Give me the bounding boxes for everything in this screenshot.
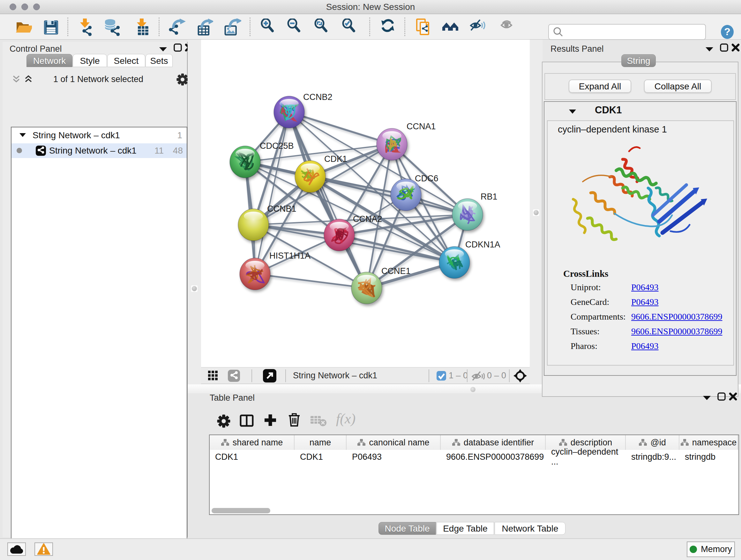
crosslink-value[interactable]: P06493 [631,341,659,351]
cloud-button[interactable] [7,543,26,556]
collection-label: String Network – cdk1 [32,130,120,140]
table-options-gear-icon[interactable] [216,414,231,430]
memory-button[interactable]: Memory [687,542,735,557]
tab-select[interactable]: Select [107,54,145,67]
table-cell[interactable]: P06493 [347,450,441,464]
table-cell[interactable]: cyclin–dependent ... [546,450,626,464]
help-button[interactable]: ? [720,25,735,39]
left-splitter[interactable] [188,40,201,385]
svg-text:CDC6: CDC6 [415,174,439,183]
hide-unhide-icon[interactable] [469,18,487,37]
right-splitter[interactable] [530,40,542,385]
svg-text:HIST1H1A: HIST1H1A [269,251,311,260]
string-app-icon [36,145,46,157]
maximize-panel-icon[interactable] [718,392,726,401]
crosslink-label: GeneCard: [570,297,609,307]
tab-node-table[interactable]: Node Table [379,522,436,535]
delete-column-icon[interactable] [287,413,301,428]
tab-style[interactable]: Style [73,54,107,67]
collection-expand-icon[interactable] [19,132,26,137]
table-cell[interactable]: stringdb:9... [626,450,679,464]
table-cell[interactable]: CDK1 [210,450,294,464]
float-panel-icon[interactable] [703,395,711,400]
table-cell[interactable]: stringdb [679,450,738,464]
table-panel: Table Panel f(x) [207,392,739,538]
expand-all-button[interactable]: Expand All [569,79,631,93]
fit-content-crosshair-icon[interactable] [513,369,527,383]
crosslink-row: Tissues: 9606.ENSP00000378699 [570,326,730,336]
network-node-CCNA1 [377,128,407,160]
zoom-in-icon[interactable] [261,18,279,37]
share-document-icon[interactable] [415,18,433,37]
tab-network-table[interactable]: Network Table [495,522,565,535]
add-column-icon[interactable] [263,413,277,428]
split-columns-icon[interactable] [239,414,254,428]
results-tab-string[interactable]: String [621,54,656,67]
export-image-icon[interactable] [223,18,241,37]
network-node-CCNB1 [238,209,269,241]
results-panel-title: Results Panel [550,44,604,54]
maximize-panel-icon[interactable] [720,44,729,52]
maximize-panel-icon[interactable] [174,44,182,52]
export-network-icon[interactable] [168,18,186,37]
expand-all-chevron-icon[interactable] [24,75,32,83]
title-bar: Session: New Session [0,0,741,14]
save-session-icon[interactable] [42,18,60,37]
svg-text:CCNA1: CCNA1 [407,122,436,131]
selected-checkbox-icon[interactable] [436,371,446,381]
show-graphics-icon[interactable] [500,18,518,37]
network-collection-row[interactable]: String Network – cdk1 1 [11,128,187,143]
close-panel-icon[interactable] [729,392,737,401]
crosslink-value[interactable]: 9606.ENSP00000378699 [631,326,722,336]
column-header-database-identifier[interactable]: database identifier [441,435,546,450]
strip-separator [285,369,286,382]
network-canvas[interactable]: CCNB2CCNA1CDC25BCDK1CDC6RB1CCNB1CCNA2CDK… [201,40,530,367]
tab-network[interactable]: Network [26,54,72,67]
splitter-drag-dot[interactable] [470,387,475,392]
refresh-layout-icon[interactable] [380,18,398,37]
tab-sets[interactable]: Sets [145,54,173,67]
right-splitter-grip[interactable] [533,209,539,216]
column-header-name[interactable]: name [294,435,347,450]
memory-label: Memory [701,544,732,554]
zoom-out-icon[interactable] [287,18,305,37]
hidden-eye-icon[interactable] [471,370,485,382]
export-table-icon[interactable] [195,18,213,37]
warnings-button[interactable] [35,543,53,556]
grid-view-icon[interactable] [208,371,219,381]
network-row-selected[interactable]: String Network – cdk1 11 48 [11,143,187,158]
column-header-namespace[interactable]: namespace [679,435,738,450]
zoom-fit-icon[interactable] [314,18,332,37]
crosslink-value[interactable]: P06493 [631,297,659,307]
column-header-@id[interactable]: @id [626,435,679,450]
network-tree: String Network – cdk1 1 String Network –… [11,127,187,560]
horizontal-scrollbar[interactable] [212,508,270,513]
gene-collapse-icon[interactable] [569,109,576,114]
open-session-icon[interactable] [14,18,32,37]
column-header-canonical-name[interactable]: canonical name [347,435,441,450]
crosslink-value[interactable]: 9606.ENSP00000378699 [631,312,722,322]
tab-edge-table[interactable]: Edge Table [436,522,494,535]
crosslink-value[interactable]: P06493 [631,282,659,293]
crosslink-label: Pharos: [570,341,597,351]
close-panel-icon[interactable] [731,44,740,52]
import-network-icon[interactable] [77,18,94,37]
protein-structure-image [560,140,720,249]
left-splitter-grip[interactable] [191,286,198,292]
crosslink-row: Pharos: P06493 [570,341,730,351]
string-network-icon[interactable] [228,370,240,383]
open-in-window-icon[interactable] [263,369,276,384]
strip-separator [467,369,468,382]
table-cell[interactable]: CDK1 [294,450,347,464]
float-panel-icon[interactable] [159,47,167,52]
search-input[interactable] [548,24,706,40]
zoom-selected-icon[interactable] [342,18,360,37]
collapse-all-button[interactable]: Collapse All [644,79,712,93]
import-table-icon[interactable] [133,18,151,37]
import-network-database-icon[interactable] [104,18,121,37]
column-header-shared-name[interactable]: shared name [210,435,294,450]
table-cell[interactable]: 9606.ENSP00000378699 [441,450,546,464]
float-panel-icon[interactable] [705,47,714,52]
collapse-all-chevron-icon[interactable] [12,75,20,83]
string-home-icon[interactable] [442,18,460,37]
